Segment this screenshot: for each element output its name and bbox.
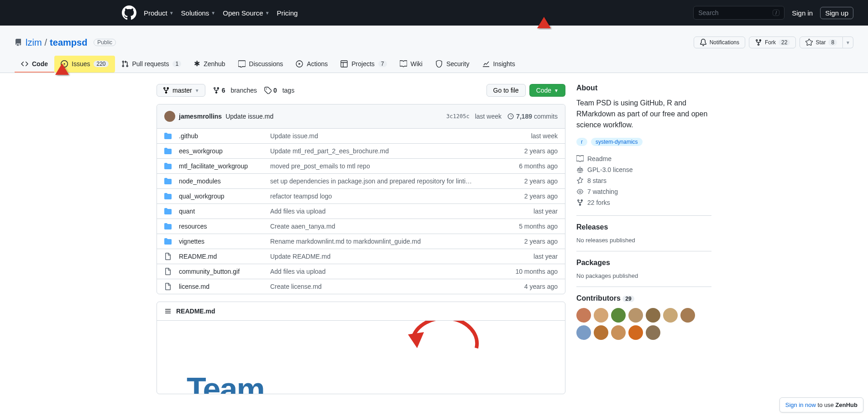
tab-wiki[interactable]: Wiki [393, 56, 429, 73]
star-dropdown[interactable]: ▼ [843, 36, 853, 48]
signin-link[interactable]: Sign in [792, 9, 813, 17]
branch-select-button[interactable]: master ▼ [157, 84, 205, 97]
avatar[interactable] [594, 325, 608, 340]
chevron-down-icon: ▼ [169, 10, 174, 16]
github-logo-icon[interactable] [122, 5, 136, 20]
avatar[interactable] [663, 308, 678, 323]
avatar[interactable] [628, 308, 643, 323]
nav-product[interactable]: Product ▼ [144, 9, 174, 17]
readme-filename[interactable]: README.md [176, 308, 215, 315]
avatar[interactable] [576, 325, 591, 340]
avatar[interactable] [628, 325, 643, 340]
file-commit-msg[interactable]: Rename markdownlint.md to markdownlint_g… [270, 238, 507, 245]
file-name[interactable]: license.md [179, 283, 270, 290]
sidebar: About Team PSD is using GitHub, R and RM… [576, 84, 711, 394]
project-icon [340, 60, 348, 68]
code-download-button[interactable]: Code ▼ [529, 84, 565, 97]
topic-tag[interactable]: r [576, 138, 587, 146]
commit-when: last week [475, 113, 502, 120]
stars-link[interactable]: 8 stars [576, 175, 711, 186]
nav-pricing[interactable]: Pricing [277, 9, 298, 17]
tab-actions[interactable]: Actions [289, 56, 334, 73]
file-name[interactable]: qual_workgroup [179, 193, 270, 200]
file-icon [164, 253, 172, 260]
branches-link[interactable]: 6 branches [213, 87, 257, 94]
file-name[interactable]: ees_workgroup [179, 147, 270, 155]
tab-zenhub[interactable]: ✱ Zenhub [188, 56, 231, 73]
tags-link[interactable]: 0 tags [264, 87, 294, 94]
tab-discussions[interactable]: Discussions [232, 56, 290, 73]
repo-link[interactable]: teampsd [50, 37, 87, 48]
tag-icon [264, 87, 272, 94]
repo-path: lzim / teampsd Public [26, 37, 116, 48]
avatar[interactable] [646, 325, 660, 340]
file-commit-msg[interactable]: Update mtl_red_part_2_ees_brochure.md [270, 147, 507, 155]
commit-message[interactable]: Update issue.md [225, 113, 273, 120]
file-commit-msg[interactable]: Update README.md [270, 253, 507, 260]
nav-solutions[interactable]: Solutions ▼ [181, 9, 216, 17]
file-name[interactable]: mtl_facilitate_workgroup [179, 162, 270, 170]
readme-link[interactable]: Readme [576, 153, 711, 164]
watching-link[interactable]: 7 watching [576, 186, 711, 197]
repo-tabnav: Code Issues 220 Pull requests 1 ✱ Zenhub… [0, 56, 868, 73]
tab-security[interactable]: Security [429, 56, 476, 73]
tab-insights[interactable]: Insights [476, 56, 522, 73]
file-name[interactable]: README.md [179, 253, 270, 260]
readme-box: README.md Team [157, 302, 565, 394]
avatar[interactable] [576, 308, 591, 323]
commit-sha[interactable]: 3c1205c [446, 113, 470, 120]
avatar[interactable] [611, 325, 626, 340]
file-commit-msg[interactable]: moved pre_post_emails to mtl repo [270, 162, 507, 170]
file-name[interactable]: .github [179, 132, 270, 140]
zenhub-signin-link[interactable]: Sign in now [785, 401, 816, 405]
search-box[interactable]: / [693, 6, 784, 20]
tab-code[interactable]: Code [15, 56, 54, 73]
tab-pulls[interactable]: Pull requests 1 [115, 56, 188, 73]
star-button[interactable]: Star 8 [800, 36, 843, 48]
file-name[interactable]: vignettes [179, 238, 270, 245]
avatar[interactable] [611, 308, 626, 323]
contributors-grid [576, 308, 711, 340]
avatar[interactable] [594, 308, 608, 323]
file-commit-msg[interactable]: Add files via upload [270, 268, 507, 275]
file-name[interactable]: resources [179, 223, 270, 230]
file-name[interactable]: community_button.gif [179, 268, 270, 275]
avatar[interactable] [164, 111, 175, 122]
contributors-title[interactable]: Contributors 29 [576, 294, 711, 302]
file-name[interactable]: node_modules [179, 177, 270, 185]
contributors-section: Contributors 29 [576, 287, 711, 340]
commits-link[interactable]: 7,189 commits [507, 113, 558, 120]
file-commit-msg[interactable]: Update issue.md [270, 132, 507, 140]
list-icon[interactable] [164, 308, 172, 315]
license-link[interactable]: GPL-3.0 license [576, 164, 711, 175]
slash-hotkey-icon: / [773, 10, 779, 16]
commit-author[interactable]: jamesmrollins [179, 113, 222, 120]
notifications-button[interactable]: Notifications [694, 36, 745, 48]
file-commit-msg[interactable]: set up dependencies in package.json and … [270, 177, 507, 185]
nav-opensource[interactable]: Open Source ▼ [223, 9, 269, 17]
signup-button[interactable]: Sign up [820, 7, 853, 19]
table-row: quantAdd files via uploadlast year [157, 204, 565, 219]
file-commit-msg[interactable]: refactor teampsd logo [270, 193, 507, 200]
search-input[interactable] [698, 9, 773, 16]
file-commit-msg[interactable]: Create aaen_tanya.md [270, 223, 507, 230]
table-row: vignettesRename markdownlint.md to markd… [157, 234, 565, 249]
forks-link[interactable]: 22 forks [576, 197, 711, 208]
tab-issues[interactable]: Issues 220 [54, 56, 115, 73]
topic-tag[interactable]: system-dynamics [591, 138, 643, 146]
avatar[interactable] [680, 308, 695, 323]
file-commit-msg[interactable]: Create license.md [270, 283, 507, 290]
star-count: 8 [828, 39, 837, 46]
packages-title[interactable]: Packages [576, 259, 711, 267]
fork-button[interactable]: Fork 22 [749, 36, 796, 48]
file-name[interactable]: quant [179, 208, 270, 215]
tab-projects[interactable]: Projects 7 [334, 56, 393, 73]
releases-title[interactable]: Releases [576, 223, 711, 231]
file-age: 2 years ago [507, 193, 558, 200]
owner-link[interactable]: lzim [26, 37, 42, 48]
zenhub-popup[interactable]: Sign in now to use ZenHub [779, 397, 863, 405]
avatar[interactable] [646, 308, 660, 323]
file-commit-msg[interactable]: Add files via upload [270, 208, 507, 215]
go-to-file-button[interactable]: Go to file [486, 84, 526, 97]
code-icon [21, 60, 28, 68]
